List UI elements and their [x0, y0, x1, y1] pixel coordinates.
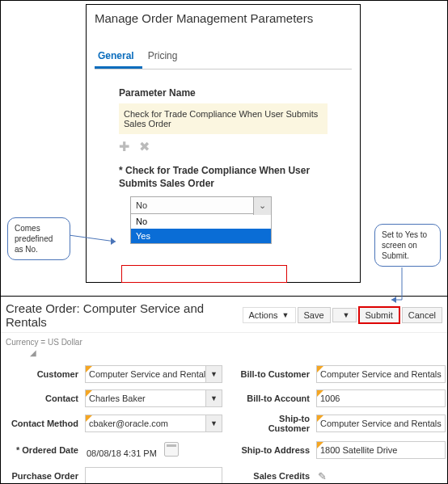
caret-down-icon: ▼	[282, 311, 290, 319]
panel-title: Manage Order Management Parameters	[95, 11, 352, 25]
chevron-down-icon[interactable]: ⌄	[253, 197, 271, 215]
tab-pricing[interactable]: Pricing	[145, 45, 186, 66]
purchase-order-label: Purchase Order	[6, 471, 82, 481]
shipto-customer-input[interactable]: Computer Service and Rentals	[316, 415, 446, 432]
param-row[interactable]: Check for Trade Compliance When User Sub…	[119, 103, 328, 134]
shipto-address-label: Ship-to Address	[237, 445, 313, 455]
purchase-order-input[interactable]	[85, 467, 222, 484]
tab-general[interactable]: General	[95, 45, 142, 69]
save-caret-button[interactable]: ▼	[332, 308, 357, 322]
add-icon[interactable]: ✚	[119, 139, 129, 154]
chevron-down-icon[interactable]: ▼	[205, 366, 222, 382]
calendar-icon[interactable]	[164, 442, 179, 457]
select-display: No ⌄	[130, 196, 272, 214]
select-value: No	[136, 200, 147, 210]
contact-method-label: Contact Method	[6, 419, 82, 428]
compliance-select[interactable]: No ⌄ No Yes	[130, 196, 272, 244]
page-title: Create Order: Computer Service and Renta…	[6, 301, 241, 329]
select-option-yes[interactable]: Yes	[131, 229, 271, 243]
chevron-down-icon[interactable]: ▼	[205, 390, 222, 406]
customer-label: Customer	[6, 369, 82, 379]
icon-row: ✚ ✖	[119, 139, 352, 154]
billto-customer-input[interactable]: Computer Service and Rentals	[316, 365, 446, 383]
currency-line: Currency = US Dollar	[1, 333, 447, 348]
ordered-date-label: Ordered Date	[6, 445, 82, 455]
create-order-panel: Create Order: Computer Service and Renta…	[1, 296, 447, 483]
actions-button[interactable]: Actions▼	[243, 307, 296, 323]
tab-row: General Pricing	[95, 45, 352, 69]
contact-method-input[interactable]: cbaker@oracle.com ▼	[85, 415, 222, 432]
ordered-date-value: 08/08/18 4:31 PM	[85, 440, 222, 461]
shipto-address-input[interactable]: 1800 Satellite Drive	[316, 441, 446, 459]
cancel-button[interactable]: Cancel	[402, 307, 442, 323]
billto-customer-label: Bill-to Customer	[237, 369, 313, 379]
collapse-icon[interactable]: ◢	[1, 348, 447, 362]
callout-right: Set to Yes to screen on Submit.	[374, 224, 441, 267]
field-label-text: Check for Trade Compliance When User Sub…	[119, 165, 310, 189]
submit-button[interactable]: Submit	[358, 306, 400, 324]
manage-params-panel: Manage Order Management Parameters Gener…	[86, 4, 361, 283]
param-header: Parameter Name	[119, 87, 352, 99]
field-label: * Check for Trade Compliance When User S…	[119, 164, 329, 190]
caret-down-icon: ▼	[343, 311, 350, 319]
shipto-customer-label: Ship-to Customer	[237, 414, 313, 433]
pencil-icon[interactable]: ✎	[318, 470, 327, 482]
sales-credits-value: ✎	[316, 468, 446, 485]
billto-account-input[interactable]: 1006	[316, 389, 446, 407]
select-list: No Yes	[130, 214, 272, 244]
customer-input[interactable]: Computer Service and Rentals ▼	[85, 365, 222, 383]
form-grid: Customer Computer Service and Rentals ▼ …	[1, 362, 447, 484]
contact-input[interactable]: Charles Baker ▼	[85, 389, 222, 407]
billto-account-label: Bill-to Account	[237, 394, 313, 403]
delete-icon[interactable]: ✖	[139, 139, 150, 154]
chevron-down-icon[interactable]: ▼	[205, 415, 222, 431]
page-header: Create Order: Computer Service and Renta…	[1, 297, 447, 333]
select-option-no[interactable]: No	[131, 214, 271, 229]
callout-left: Comes predefined as No.	[7, 217, 70, 260]
contact-label: Contact	[6, 394, 82, 403]
sales-credits-label: Sales Credits	[237, 471, 313, 481]
save-button[interactable]: Save	[298, 307, 331, 323]
